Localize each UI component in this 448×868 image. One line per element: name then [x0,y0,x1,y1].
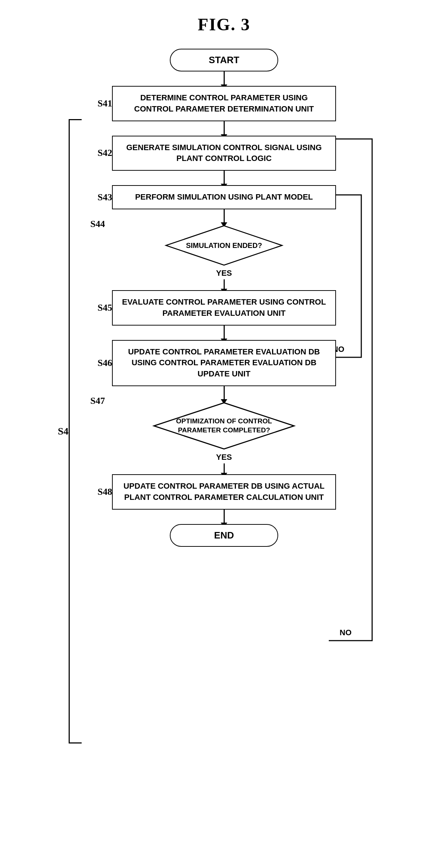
s48-box: UPDATE CONTROL PARAMETER DB USING ACTUAL… [112,474,336,510]
arrow-s47-s48 [224,463,225,474]
arrow-s41-s42 [224,121,225,136]
s43-row: S43 PERFORM SIMULATION USING PLANT MODEL [69,185,379,209]
s47-diamond: OPTIMIZATION OF CONTROL PARAMETER COMPLE… [152,401,296,451]
arrow-s43-s44 [224,209,225,224]
arrow-s48-end [224,510,225,524]
s47-yes-label: YES [216,453,232,462]
s46-box: UPDATE CONTROL PARAMETER EVALUATION DB U… [112,340,336,386]
s46-row: S46 UPDATE CONTROL PARAMETER EVALUATION … [69,340,379,386]
s46-label: S46 [98,358,112,368]
svg-text:NO: NO [340,628,352,637]
s41-box: DETERMINE CONTROL PARAMETER USING CONTRO… [112,86,336,121]
s4-label: S4 [58,119,69,743]
arrow-s46-s47 [224,386,225,401]
s41-label: S41 [98,98,112,109]
s42-row: S42 GENERATE SIMULATION CONTROL SIGNAL U… [69,136,379,171]
end-node: END [69,524,379,547]
arrow-s42-s43 [224,171,225,185]
s47-label: S47 [90,396,105,406]
s44-row: S44 SIMULATION ENDED? [69,224,379,267]
s42-label: S42 [98,148,112,158]
s47-row: S47 OPTIMIZATION OF CONTROL PARAMETER CO… [69,401,379,451]
s45-label: S45 [98,302,112,313]
arrow-start-s41 [224,71,225,86]
s44-diamond: SIMULATION ENDED? [159,224,289,267]
s43-box: PERFORM SIMULATION USING PLANT MODEL [112,185,336,209]
s44-yes-label: YES [216,269,232,278]
figure-title: FIG. 3 [198,14,250,34]
arrow-s45-s46 [224,326,225,340]
start-node: START [69,49,379,71]
s48-row: S48 UPDATE CONTROL PARAMETER DB USING AC… [69,474,379,510]
s43-label: S43 [98,192,112,203]
s45-box: EVALUATE CONTROL PARAMETER USING CONTROL… [112,290,336,326]
arrow-s44-s45 [224,279,225,290]
s44-label: S44 [90,219,105,230]
s45-row: S45 EVALUATE CONTROL PARAMETER USING CON… [69,290,379,326]
s48-label: S48 [98,487,112,497]
s42-box: GENERATE SIMULATION CONTROL SIGNAL USING… [112,136,336,171]
s41-row: S41 DETERMINE CONTROL PARAMETER USING CO… [69,86,379,121]
